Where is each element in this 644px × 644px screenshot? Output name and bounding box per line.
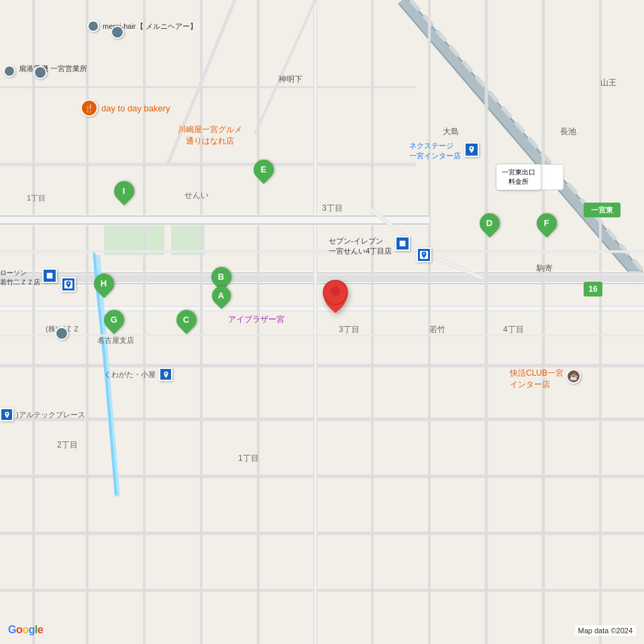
pin-B[interactable]: B	[211, 267, 231, 287]
info-ichinomiya-east: 一宮東出口料金所	[496, 164, 541, 190]
square-seven-eleven[interactable]	[417, 248, 431, 262]
map-container: 16 一宮東 merni-hair【 メルニヘアー】 扇港電機 一宮営業所 🍴 …	[0, 0, 644, 644]
map-data-label: Map data ©2024	[575, 625, 637, 636]
svg-point-41	[331, 286, 340, 296]
circle-pikco[interactable]	[55, 327, 68, 340]
pin-C[interactable]: C	[176, 310, 197, 330]
main-pin[interactable]	[322, 279, 349, 317]
map-roads: 16 一宮東	[0, 0, 644, 644]
pin-E[interactable]: E	[254, 160, 274, 180]
circle-ogiko[interactable]	[34, 66, 47, 79]
circle-merni[interactable]	[111, 25, 124, 39]
google-logo: Google	[8, 624, 43, 636]
pin-G[interactable]: G	[104, 310, 124, 330]
square-lawson[interactable]	[61, 277, 76, 292]
pin-D[interactable]: D	[480, 213, 500, 233]
pin-A[interactable]: A	[212, 286, 231, 305]
svg-text:16: 16	[588, 284, 598, 294]
pin-I[interactable]: I	[114, 181, 134, 201]
svg-rect-1	[104, 221, 164, 255]
svg-rect-2	[171, 221, 205, 255]
svg-rect-0	[0, 0, 644, 644]
pin-F[interactable]: F	[537, 213, 557, 233]
pin-H[interactable]: H	[94, 274, 114, 294]
svg-text:一宮東: 一宮東	[591, 206, 614, 214]
